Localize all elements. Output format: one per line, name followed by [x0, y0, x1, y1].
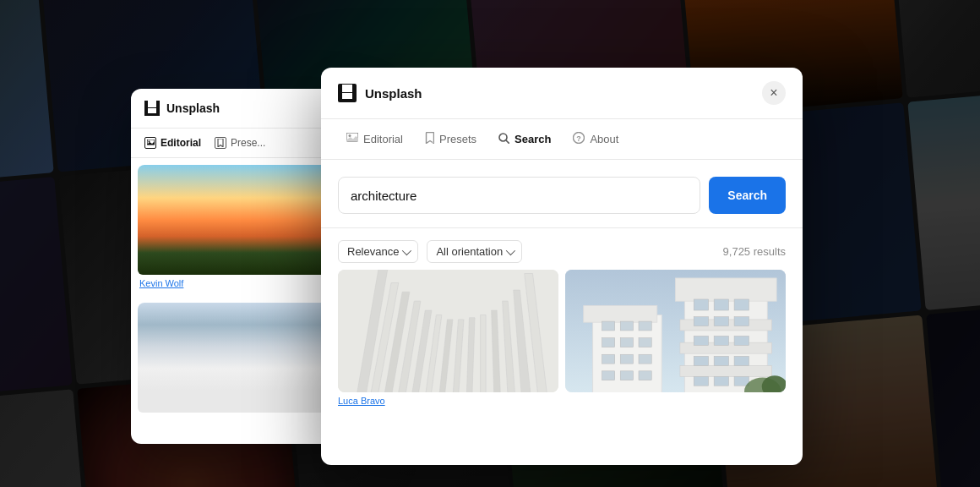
relevance-label: Relevance: [347, 245, 399, 258]
back-window-title: Unsplash: [166, 101, 220, 115]
svg-rect-39: [620, 338, 633, 347]
filter-row: Relevance All orientation 9,725 results: [321, 228, 803, 270]
nav-about[interactable]: ? About: [564, 127, 627, 151]
svg-rect-34: [584, 306, 657, 323]
svg-rect-26: [714, 356, 728, 365]
search-row: Search: [338, 177, 786, 214]
main-window-nav: Editorial Presets Search ? About: [321, 119, 803, 160]
svg-point-4: [499, 134, 507, 141]
svg-rect-43: [639, 354, 651, 364]
back-editorial-label: Editorial: [161, 137, 201, 149]
svg-rect-35: [602, 321, 615, 331]
svg-rect-22: [694, 336, 708, 345]
search-input[interactable]: [338, 177, 700, 214]
svg-rect-21: [734, 317, 749, 326]
nav-editorial-label: Editorial: [363, 133, 403, 145]
close-button[interactable]: ×: [762, 81, 786, 105]
photo-card-2[interactable]: [565, 270, 786, 451]
svg-rect-12: [676, 278, 777, 301]
back-nav-editorial[interactable]: Editorial: [144, 137, 201, 149]
main-unsplash-logo: [338, 84, 357, 102]
results-count: 9,725 results: [723, 245, 786, 258]
svg-rect-28: [694, 376, 708, 386]
main-window-title: Unsplash: [365, 86, 762, 101]
svg-rect-25: [694, 356, 708, 365]
svg-rect-30: [734, 376, 749, 386]
svg-rect-18: [734, 299, 749, 310]
svg-rect-44: [602, 371, 615, 380]
svg-rect-45: [620, 371, 633, 380]
image-icon: [346, 133, 358, 145]
svg-rect-36: [620, 321, 633, 331]
svg-rect-46: [639, 371, 651, 380]
svg-line-5: [506, 140, 509, 144]
svg-rect-29: [714, 376, 728, 386]
svg-rect-24: [734, 336, 749, 345]
search-area: Search: [321, 160, 803, 228]
nav-search[interactable]: Search: [490, 128, 559, 151]
photo-arch-1-img: [338, 270, 558, 392]
orientation-label: All orientation: [436, 245, 503, 258]
bookmark-icon: [215, 137, 226, 149]
bookmark-icon: [425, 132, 434, 146]
back-presets-label: Prese...: [231, 137, 265, 149]
svg-rect-23: [714, 336, 728, 345]
nav-presets-label: Presets: [439, 133, 476, 145]
svg-rect-15: [680, 365, 772, 376]
search-button[interactable]: Search: [709, 177, 786, 214]
svg-rect-41: [602, 354, 615, 364]
svg-rect-42: [620, 354, 633, 364]
photos-grid: Luca Bravo: [321, 270, 803, 465]
photo-card-1[interactable]: Luca Bravo: [338, 270, 558, 451]
orientation-filter[interactable]: All orientation: [427, 240, 522, 263]
chevron-down-icon: [506, 245, 515, 254]
chevron-down-icon: [402, 245, 411, 254]
search-icon: [498, 133, 509, 146]
photo-author-1[interactable]: Luca Bravo: [338, 392, 558, 408]
nav-about-label: About: [590, 133, 618, 145]
nav-presets[interactable]: Presets: [416, 127, 485, 151]
nav-editorial[interactable]: Editorial: [338, 128, 411, 150]
main-window-header: Unsplash ×: [321, 68, 803, 119]
svg-rect-16: [694, 299, 708, 310]
svg-rect-27: [734, 356, 749, 365]
svg-rect-40: [639, 338, 651, 347]
svg-rect-20: [714, 317, 728, 326]
svg-text:?: ?: [577, 134, 582, 143]
photo-arch-2-img: [565, 270, 786, 392]
svg-rect-38: [602, 338, 615, 347]
relevance-filter[interactable]: Relevance: [338, 240, 418, 263]
back-nav-presets[interactable]: Prese...: [215, 137, 265, 149]
svg-point-3: [349, 134, 351, 137]
nav-search-label: Search: [514, 133, 551, 145]
question-icon: ?: [573, 132, 585, 146]
svg-rect-37: [639, 321, 651, 331]
main-window: Unsplash × Editorial Presets Search ?: [321, 68, 803, 465]
svg-rect-17: [714, 299, 728, 310]
back-unsplash-logo: [144, 101, 160, 116]
svg-rect-19: [694, 317, 708, 326]
image-icon: [144, 137, 156, 149]
